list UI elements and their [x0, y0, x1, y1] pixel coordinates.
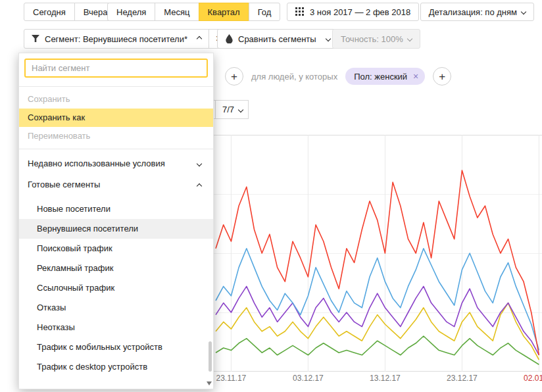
segment-item-returning-visitors[interactable]: Вернувшиеся посетители	[19, 219, 213, 239]
droplet-icon	[226, 34, 233, 43]
chip-label: Пол: женский	[354, 72, 407, 82]
chevron-down-icon	[238, 107, 243, 112]
chevron-down-icon	[407, 36, 412, 41]
segment-dropdown-button[interactable]: Сегмент: Вернувшиеся посетители*	[24, 30, 209, 48]
segment-button-label: Сегмент: Вернувшиеся посетители*	[45, 34, 187, 44]
accuracy-label: Точность: 100%	[341, 34, 403, 44]
add-condition-button[interactable]: +	[225, 67, 243, 86]
group-recent-conditions[interactable]: Недавно использованные условия	[19, 153, 213, 174]
plus-icon: +	[439, 71, 445, 82]
chevron-down-icon	[325, 36, 330, 41]
segment-item-search-traffic[interactable]: Поисковый трафик	[19, 239, 213, 258]
detail-selector-button[interactable]: Детализация: по дням	[420, 3, 534, 21]
x-axis-label: 03.12.17	[293, 374, 324, 383]
segment-dropdown-panel: Сохранить Сохранить как Переименовать Не…	[18, 53, 214, 389]
compare-button-label: Сравнить сегменты	[238, 34, 316, 44]
panel-scroll-down-arrow[interactable]	[207, 381, 212, 385]
add-person-condition-button[interactable]: +	[433, 67, 451, 86]
period-button-month[interactable]: Месяц	[155, 3, 199, 21]
group-ready-label: Готовые сегменты	[28, 180, 100, 189]
divider	[19, 149, 213, 149]
detail-label: Детализация: по дням	[429, 7, 517, 17]
chevron-down-icon	[197, 161, 202, 166]
chip-remove-icon[interactable]: ×	[413, 71, 418, 82]
days-counter-label: 7/7	[222, 105, 234, 114]
period-button-week[interactable]: Неделя	[107, 3, 155, 21]
period-button-year[interactable]: Год	[249, 3, 281, 21]
chevron-up-icon	[197, 36, 202, 41]
group-ready-segments[interactable]: Готовые сегменты	[19, 174, 213, 195]
segment-item-link-traffic[interactable]: Ссылочный трафик	[19, 278, 213, 298]
funnel-icon	[32, 35, 39, 43]
calendar-icon	[295, 7, 305, 16]
button-divider	[215, 101, 216, 118]
menu-item-save[interactable]: Сохранить	[19, 90, 213, 109]
date-range-label: 3 ноя 2017 — 2 фев 2018	[310, 7, 410, 17]
for-people-label: для людей, у которых	[251, 72, 337, 82]
accuracy-button[interactable]: Точность: 100%	[332, 29, 420, 49]
x-axis-label: 13.12.17	[370, 374, 401, 383]
segment-item-new-visitors[interactable]: Новые посетители	[19, 199, 213, 219]
period-button-group-a: Сегодня Вчера	[24, 3, 117, 21]
chevron-down-icon	[521, 9, 526, 14]
segment-list: Новые посетители Вернувшиеся посетители …	[19, 199, 213, 377]
plus-icon: +	[231, 71, 237, 82]
segment-search-wrap	[19, 53, 213, 83]
period-button-group-b: Неделя Месяц Квартал Год	[107, 3, 280, 21]
chevron-up-icon	[197, 184, 202, 189]
x-axis-label: 23.12.17	[447, 374, 478, 383]
menu-item-save-as[interactable]: Сохранить как	[19, 109, 213, 127]
period-button-today[interactable]: Сегодня	[24, 3, 75, 21]
segment-item-ad-traffic[interactable]: Рекламный трафик	[19, 258, 213, 278]
segment-item-mobile-traffic[interactable]: Трафик с мобильных устройств	[19, 337, 213, 357]
date-range-button[interactable]: 3 ноя 2017 — 2 фев 2018	[287, 3, 419, 21]
x-axis-label: 02.01.18	[524, 374, 542, 383]
traffic-chart[interactable]	[210, 135, 542, 372]
segment-item-desktop-traffic[interactable]: Трафик с desktop устройств	[19, 357, 213, 377]
segment-item-non-bounces[interactable]: Неотказы	[19, 318, 213, 337]
panel-scrollbar-thumb[interactable]	[209, 341, 212, 372]
x-axis-label: 23.11.17	[216, 374, 246, 383]
segment-item-bounces[interactable]: Отказы	[19, 298, 213, 318]
segment-selector: Сегмент: Вернувшиеся посетители* ×	[24, 29, 229, 49]
menu-item-rename[interactable]: Переименовать	[19, 127, 213, 145]
group-recent-label: Недавно использованные условия	[28, 159, 165, 168]
compare-segments-button[interactable]: Сравнить сегменты	[217, 29, 339, 49]
segment-search-input[interactable]	[24, 59, 208, 78]
filter-chip-gender[interactable]: Пол: женский ×	[345, 68, 425, 85]
divider	[19, 86, 213, 87]
filter-conditions-row: + для людей, у которых Пол: женский × +	[225, 67, 451, 86]
period-button-quarter[interactable]: Квартал	[199, 3, 249, 21]
